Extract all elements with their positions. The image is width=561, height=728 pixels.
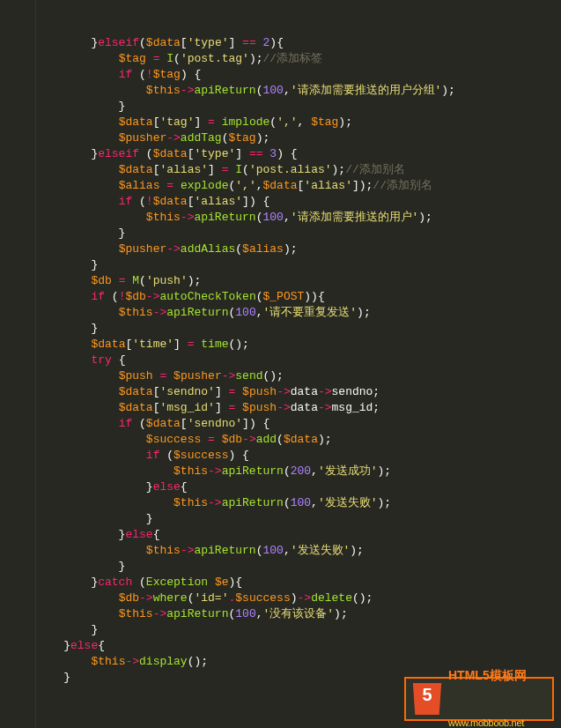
code-line[interactable]: $db = M('push');: [36, 273, 561, 289]
html5-icon: [411, 683, 443, 715]
token-kw: else: [70, 639, 98, 652]
token-op: !: [146, 68, 153, 81]
code-line[interactable]: $data['tag'] = implode(',', $tag);: [36, 115, 561, 130]
token-pln: }: [36, 227, 125, 240]
token-var: $data: [119, 385, 153, 398]
token-var: $data: [146, 417, 181, 430]
code-line[interactable]: $pusher->addAlias($alias);: [36, 241, 561, 257]
code-line[interactable]: $pusher->addTag($tag);: [36, 130, 561, 146]
token-pln: [36, 607, 119, 620]
code-line[interactable]: if (!$db->autoCheckToken($_POST)){: [36, 289, 561, 305]
code-area[interactable]: }elseif($data['type'] == 2){ $tag = I('p…: [36, 0, 561, 728]
token-var: $success: [235, 591, 290, 605]
code-line[interactable]: $success = $db->add($data);: [36, 432, 561, 448]
code-line[interactable]: $data['sendno'] = $push->data->sendno;: [36, 384, 561, 400]
token-op: ->: [166, 131, 181, 145]
token-pln: [256, 36, 263, 49]
code-line[interactable]: if (!$tag) {: [36, 67, 561, 83]
token-pln: [36, 84, 146, 97]
token-fn: I: [235, 163, 242, 176]
token-pln: (: [277, 433, 284, 446]
token-pln: (: [132, 576, 146, 589]
gutter: [0, 0, 36, 728]
code-line[interactable]: }else{: [36, 527, 561, 543]
token-pln: ]);: [352, 179, 373, 192]
code-line[interactable]: }catch (Exception $e){: [36, 575, 561, 591]
code-line[interactable]: $tag = I('post.tag');//添加标签: [36, 51, 561, 67]
code-line[interactable]: $push = $pusher->send();: [36, 368, 561, 384]
code-line[interactable]: $this->apiReturn(100,'发送失败');: [36, 495, 561, 511]
token-pln: ): [291, 591, 298, 605]
token-fn: addAlias: [181, 242, 235, 256]
token-pln: ();: [229, 338, 249, 351]
token-kw: try: [91, 353, 111, 367]
token-pln: [215, 115, 222, 129]
code-editor[interactable]: }elseif($data['type'] == 2){ $tag = I('p…: [0, 0, 561, 728]
token-str: 'id=': [194, 591, 228, 605]
token-op: ->: [181, 84, 195, 97]
token-pln: ){: [228, 576, 242, 589]
token-pln: [36, 338, 91, 351]
token-var: $push: [242, 401, 277, 414]
token-pln: );: [188, 274, 202, 287]
code-line[interactable]: }: [36, 559, 561, 575]
token-str: '没有该设备': [263, 607, 335, 620]
code-line[interactable]: $this->apiReturn(100,'请添加需要推送的用户');: [36, 210, 561, 226]
token-pln: ]: [173, 338, 188, 351]
code-line[interactable]: try {: [36, 353, 561, 368]
token-var: $alias: [242, 242, 284, 256]
token-var: $data: [119, 115, 153, 129]
token-str: '请添加需要推送的用户': [291, 211, 419, 224]
code-line[interactable]: }elseif ($data['type'] == 3) {: [36, 146, 561, 162]
code-line[interactable]: }: [36, 99, 561, 115]
token-pln: (: [269, 115, 277, 129]
token-pln: );: [249, 52, 263, 65]
code-line[interactable]: $data['time'] = time();: [36, 337, 561, 353]
code-line[interactable]: $data['alias'] = I('post.alias');//添加别名: [36, 162, 561, 178]
code-line[interactable]: $this->apiReturn(100,'请添加需要推送的用户分组');: [36, 83, 561, 99]
token-pln: ();: [188, 655, 208, 668]
token-pln: [36, 211, 146, 224]
token-str: ',': [277, 115, 297, 129]
code-line[interactable]: $this->apiReturn(100,'发送失败');: [36, 543, 561, 559]
code-line[interactable]: $this->apiReturn(200,'发送成功');: [36, 464, 561, 479]
token-var: $data: [91, 338, 125, 351]
token-fn: apiReturn: [194, 211, 255, 224]
code-line[interactable]: $this->apiReturn(100,'请不要重复发送');: [36, 305, 561, 321]
code-line[interactable]: }: [36, 321, 561, 337]
token-pln: [36, 68, 119, 81]
code-line[interactable]: }else{: [36, 479, 561, 495]
code-line[interactable]: if ($success) {: [36, 448, 561, 464]
token-pln: [112, 274, 119, 287]
token-pln: [36, 290, 91, 303]
token-op: ->: [181, 544, 195, 557]
token-pln: {: [153, 528, 160, 541]
token-pln: ,: [284, 211, 291, 224]
token-pln: sendno;: [332, 385, 380, 398]
token-op: ->: [277, 385, 291, 398]
code-line[interactable]: if (!$data['alias']) {: [36, 194, 561, 210]
token-pln: ]: [194, 115, 208, 129]
code-line[interactable]: }: [36, 257, 561, 273]
code-line[interactable]: }: [36, 511, 561, 527]
code-line[interactable]: $this->apiReturn(100,'没有该设备');: [36, 606, 561, 622]
token-str: 'alias': [304, 179, 352, 192]
token-pln: ,: [311, 464, 318, 478]
code-line[interactable]: }elseif($data['type'] == 2){: [36, 35, 561, 51]
token-num: 100: [291, 496, 311, 509]
watermark-url: www.mobboob.net: [448, 715, 527, 728]
token-op: ->: [181, 211, 195, 224]
token-pln: (: [132, 68, 146, 81]
code-line[interactable]: $db->where('id='.$success)->delete();: [36, 591, 561, 606]
code-line[interactable]: if ($data['sendno']) {: [36, 416, 561, 432]
token-pln: [: [181, 417, 188, 430]
token-kw: if: [119, 417, 133, 430]
code-line[interactable]: }: [36, 226, 561, 241]
token-var: $tag: [119, 52, 146, 65]
token-fn: send: [235, 369, 262, 383]
token-pln: [36, 306, 119, 319]
code-line[interactable]: $data['msg_id'] = $push->data->msg_id;: [36, 400, 561, 416]
token-pln: [36, 274, 91, 287]
code-line[interactable]: $alias = explode(',',$data['alias']);//添…: [36, 178, 561, 194]
token-pln: [208, 576, 215, 589]
